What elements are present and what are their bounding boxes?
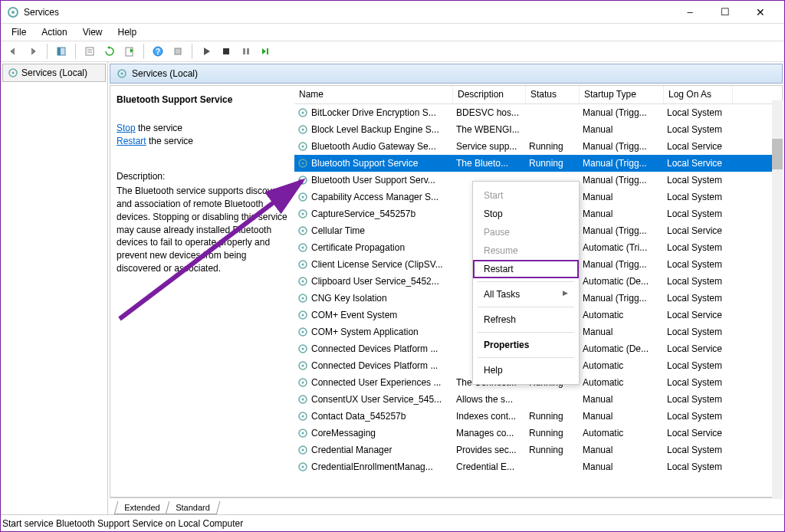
service-name: CNG Key Isolation — [311, 293, 387, 304]
gear-icon — [297, 107, 308, 118]
service-desc: Service supp... — [453, 141, 526, 152]
service-row[interactable]: Bluetooth Audio Gateway Se...Service sup… — [294, 138, 782, 155]
gear-icon — [297, 124, 308, 135]
service-logon: Local System — [664, 276, 733, 287]
svg-rect-12 — [243, 48, 245, 54]
service-row[interactable]: Block Level Backup Engine S...The WBENGI… — [294, 121, 782, 138]
gear-icon — [297, 276, 308, 287]
col-description[interactable]: Description — [453, 86, 526, 103]
service-name: CoreMessaging — [311, 428, 376, 438]
context-stop[interactable]: Stop — [473, 205, 579, 223]
export-button[interactable] — [120, 42, 139, 61]
tab-standard[interactable]: Standard — [166, 501, 220, 514]
action-button[interactable] — [169, 42, 187, 61]
service-name: Bluetooth User Support Serv... — [311, 175, 435, 186]
maximize-button[interactable]: ☐ — [708, 1, 743, 24]
service-startup: Automatic — [580, 428, 664, 438]
context-all-tasks[interactable]: All Tasks▶ — [473, 285, 579, 304]
context-resume[interactable]: Resume — [473, 241, 579, 260]
service-startup: Manual (Trigg... — [580, 158, 664, 169]
service-startup: Manual (Trigg... — [580, 107, 664, 118]
service-name: BitLocker Drive Encryption S... — [311, 107, 436, 118]
context-start[interactable]: Start — [473, 186, 579, 205]
service-logon: Local System — [664, 377, 733, 388]
service-row[interactable]: CredentialEnrollmentManag...Credential E… — [294, 458, 782, 475]
service-logon: Local Service — [664, 141, 733, 152]
tree-item-services-local[interactable]: Services (Local) — [2, 64, 106, 82]
service-desc: The WBENGI... — [453, 124, 526, 135]
gear-icon — [297, 192, 308, 202]
service-startup: Manual (Trigg... — [580, 293, 664, 304]
minimize-button[interactable]: – — [672, 1, 708, 24]
context-properties[interactable]: Properties — [473, 336, 579, 354]
statusbar: Start service Bluetooth Support Service … — [1, 514, 784, 531]
gear-icon — [297, 394, 308, 405]
service-name: Block Level Backup Engine S... — [311, 124, 439, 135]
col-startup[interactable]: Startup Type — [580, 86, 664, 103]
service-name: Bluetooth Audio Gateway Se... — [311, 141, 436, 152]
service-desc: Indexes cont... — [453, 411, 526, 422]
gear-icon — [297, 293, 308, 304]
service-startup: Manual — [580, 124, 664, 135]
tab-extended[interactable]: Extended — [114, 501, 170, 514]
context-refresh[interactable]: Refresh — [473, 310, 579, 329]
forward-button[interactable] — [24, 42, 42, 61]
service-name: ConsentUX User Service_545... — [311, 394, 442, 405]
col-logon[interactable]: Log On As — [664, 86, 733, 103]
context-pause[interactable]: Pause — [473, 223, 579, 241]
properties-button[interactable] — [80, 42, 99, 61]
service-row[interactable]: ConsentUX User Service_545...Allows the … — [294, 391, 782, 408]
svg-point-48 — [302, 348, 304, 350]
service-desc: Manages co... — [453, 428, 526, 438]
context-help[interactable]: Help — [473, 361, 579, 379]
svg-point-1 — [11, 11, 15, 14]
stop-service-button[interactable] — [217, 42, 235, 61]
gear-icon — [297, 225, 308, 236]
start-service-button[interactable] — [197, 42, 215, 61]
service-logon: Local System — [664, 209, 733, 219]
col-status[interactable]: Status — [526, 86, 580, 103]
gear-icon — [297, 141, 308, 152]
restart-link[interactable]: Restart — [117, 136, 146, 146]
service-startup: Manual — [580, 209, 664, 219]
back-button[interactable] — [4, 42, 22, 61]
service-status: Running — [526, 141, 580, 152]
context-restart[interactable]: Restart — [473, 260, 579, 278]
col-name[interactable]: Name — [294, 86, 453, 103]
menu-file[interactable]: File — [5, 25, 32, 39]
svg-point-54 — [302, 399, 304, 401]
gear-icon — [297, 461, 308, 472]
menu-action[interactable]: Action — [35, 25, 73, 39]
show-hide-tree-button[interactable] — [52, 42, 71, 61]
pause-service-button[interactable] — [237, 42, 255, 61]
service-logon: Local System — [664, 192, 733, 202]
service-logon: Local System — [664, 259, 733, 270]
close-button[interactable]: ✕ — [743, 1, 778, 24]
service-name: Client License Service (ClipSV... — [311, 259, 443, 270]
service-row[interactable]: CoreMessagingManages co...RunningAutomat… — [294, 425, 782, 442]
svg-point-52 — [302, 382, 304, 384]
svg-point-32 — [302, 213, 304, 215]
stop-link[interactable]: Stop — [117, 123, 136, 133]
svg-point-38 — [302, 264, 304, 266]
svg-point-16 — [12, 72, 15, 74]
service-startup: Manual — [580, 445, 664, 455]
svg-point-40 — [302, 281, 304, 283]
service-logon: Local System — [664, 175, 733, 186]
scrollbar-thumb[interactable] — [772, 139, 783, 169]
service-logon: Local System — [664, 445, 733, 455]
service-desc: Credential E... — [453, 461, 526, 472]
menu-view[interactable]: View — [77, 25, 109, 39]
service-row[interactable]: Credential ManagerProvides sec...Running… — [294, 442, 782, 458]
help-button[interactable]: ? — [149, 42, 167, 61]
service-status: Running — [526, 428, 580, 438]
service-row[interactable]: BitLocker Drive Encryption S...BDESVC ho… — [294, 104, 782, 121]
refresh-button[interactable] — [100, 42, 119, 61]
tree-item-label: Services (Local) — [21, 67, 87, 78]
restart-service-button[interactable] — [257, 42, 275, 61]
column-headers: Name Description Status Startup Type Log… — [294, 86, 782, 104]
menu-help[interactable]: Help — [112, 25, 143, 39]
service-row[interactable]: Contact Data_545257bIndexes cont...Runni… — [294, 408, 782, 425]
service-startup: Automatic (De... — [580, 276, 664, 287]
service-row[interactable]: Bluetooth Support ServiceThe Blueto...Ru… — [294, 155, 782, 172]
